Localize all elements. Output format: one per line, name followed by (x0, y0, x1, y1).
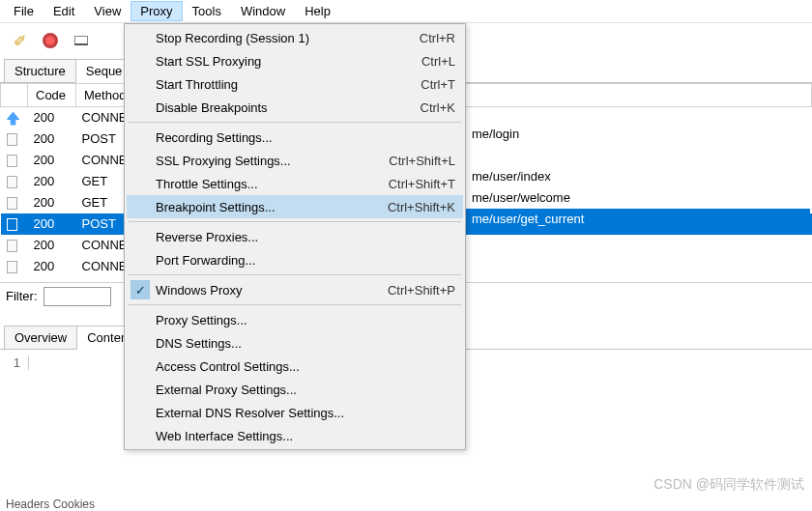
menu-item-stop-recording-session-1[interactable]: Stop Recording (Session 1)Ctrl+R (127, 26, 463, 49)
menu-item-recording-settings[interactable]: Recording Settings... (127, 126, 463, 149)
tab-overview[interactable]: Overview (4, 326, 77, 349)
right-path-list: me/loginme/user/indexme/user/welcomeme/u… (466, 124, 810, 230)
menu-item-shortcut: Ctrl+Shift+T (389, 177, 455, 191)
menu-item-label: External DNS Resolver Settings... (156, 406, 344, 420)
doc-icon (7, 261, 17, 273)
menu-item-breakpoint-settings[interactable]: Breakpoint Settings...Ctrl+Shift+K (127, 195, 463, 218)
menu-item-disable-breakpoints[interactable]: Disable BreakpointsCtrl+K (127, 96, 463, 119)
menu-item-ssl-proxying-settings[interactable]: SSL Proxying Settings...Ctrl+Shift+L (127, 149, 463, 172)
menu-item-label: External Proxy Settings... (156, 383, 297, 397)
record-icon (43, 33, 58, 48)
menu-item-label: DNS Settings... (156, 336, 242, 351)
menu-item-label: Port Forwarding... (156, 253, 255, 268)
record-button[interactable] (37, 27, 64, 54)
check-icon: ✓ (130, 280, 150, 299)
menu-item-throttle-settings[interactable]: Throttle Settings...Ctrl+Shift+T (127, 172, 463, 195)
sel-icon (7, 218, 17, 231)
menu-separator (129, 122, 461, 123)
menu-item-shortcut: Ctrl+T (420, 77, 455, 92)
menu-edit[interactable]: Edit (44, 1, 84, 21)
menu-window[interactable]: Window (231, 1, 295, 21)
menu-separator (129, 304, 461, 305)
code-cell: 200 (28, 213, 76, 235)
code-cell: 200 (28, 150, 76, 171)
menu-item-port-forwarding[interactable]: Port Forwarding... (127, 248, 463, 271)
menu-item-label: Throttle Settings... (156, 177, 258, 191)
menu-item-label: Start SSL Proxying (156, 54, 261, 69)
menu-help[interactable]: Help (295, 1, 340, 21)
menu-tools[interactable]: Tools (183, 1, 231, 21)
menu-item-label: Start Throttling (156, 77, 238, 92)
path-item[interactable]: me/user/welcome (466, 187, 810, 209)
doc-icon (7, 197, 17, 210)
menu-separator (129, 274, 461, 275)
menu-item-dns-settings[interactable]: DNS Settings... (127, 331, 463, 355)
menu-item-label: Access Control Settings... (156, 359, 300, 374)
menu-item-label: Disable Breakpoints (156, 100, 268, 115)
menu-file[interactable]: File (4, 1, 44, 21)
menu-item-label: Recording Settings... (156, 130, 273, 145)
line-number: 1 (10, 355, 29, 370)
menu-item-access-control-settings[interactable]: Access Control Settings... (127, 355, 463, 378)
menu-item-label: Windows Proxy (156, 283, 243, 298)
menu-proxy[interactable]: Proxy (130, 1, 182, 21)
watermark: CSDN @码同学软件测试 (653, 476, 804, 494)
menubar: FileEditViewProxyToolsWindowHelp (0, 0, 812, 23)
doc-icon (7, 176, 17, 188)
filter-input[interactable] (44, 287, 111, 306)
menu-item-web-interface-settings[interactable]: Web Interface Settings... (127, 424, 463, 447)
proxy-dropdown: Stop Recording (Session 1)Ctrl+RStart SS… (124, 23, 466, 450)
doc-icon (7, 133, 17, 146)
broom-icon: ✐ (14, 32, 26, 50)
menu-view[interactable]: View (84, 1, 130, 21)
col-icon[interactable] (1, 84, 28, 107)
doc-icon (7, 240, 17, 252)
code-cell: 200 (28, 128, 76, 150)
menu-separator (129, 221, 461, 222)
menu-item-windows-proxy[interactable]: ✓Windows ProxyCtrl+Shift+P (127, 278, 463, 301)
code-cell: 200 (28, 256, 76, 277)
path-item[interactable] (466, 145, 810, 166)
menu-item-external-dns-resolver-settings[interactable]: External DNS Resolver Settings... (127, 401, 463, 424)
code-cell: 200 (28, 192, 76, 213)
doc-icon (7, 155, 17, 167)
filter-label: Filter: (6, 289, 38, 303)
menu-item-label: Breakpoint Settings... (156, 200, 276, 214)
menu-item-shortcut: Ctrl+Shift+P (388, 283, 455, 298)
menu-item-label: Reverse Proxies... (156, 230, 258, 244)
device-icon (74, 36, 88, 45)
menu-item-shortcut: Ctrl+Shift+L (389, 154, 455, 168)
menu-item-shortcut: Ctrl+K (420, 100, 455, 115)
path-item[interactable]: me/user/get_current (466, 209, 810, 230)
menu-item-start-throttling[interactable]: Start ThrottlingCtrl+T (127, 72, 463, 96)
device-button[interactable] (68, 27, 95, 54)
path-item[interactable]: me/login (466, 124, 810, 145)
code-cell: 200 (28, 235, 76, 256)
menu-item-external-proxy-settings[interactable]: External Proxy Settings... (127, 378, 463, 401)
menu-item-start-ssl-proxying[interactable]: Start SSL ProxyingCtrl+L (127, 49, 463, 72)
footer-tabs: Headers Cookies (6, 497, 95, 511)
menu-item-shortcut: Ctrl+L (421, 54, 455, 69)
menu-item-label: SSL Proxying Settings... (156, 154, 291, 168)
code-cell: 200 (28, 171, 76, 192)
menu-item-reverse-proxies[interactable]: Reverse Proxies... (127, 225, 463, 248)
menu-item-label: Proxy Settings... (156, 313, 247, 327)
menu-item-proxy-settings[interactable]: Proxy Settings... (127, 308, 463, 331)
code-cell: 200 (28, 107, 76, 128)
col-code[interactable]: Code (28, 84, 76, 107)
menu-item-shortcut: Ctrl+Shift+K (388, 200, 455, 214)
menu-item-label: Web Interface Settings... (156, 429, 293, 443)
tab-structure[interactable]: Structure (4, 59, 76, 82)
menu-item-shortcut: Ctrl+R (420, 31, 455, 45)
up-icon (7, 112, 20, 126)
clear-button[interactable]: ✐ (6, 27, 33, 54)
path-item[interactable]: me/user/index (466, 166, 810, 187)
menu-item-label: Stop Recording (Session 1) (156, 31, 309, 45)
